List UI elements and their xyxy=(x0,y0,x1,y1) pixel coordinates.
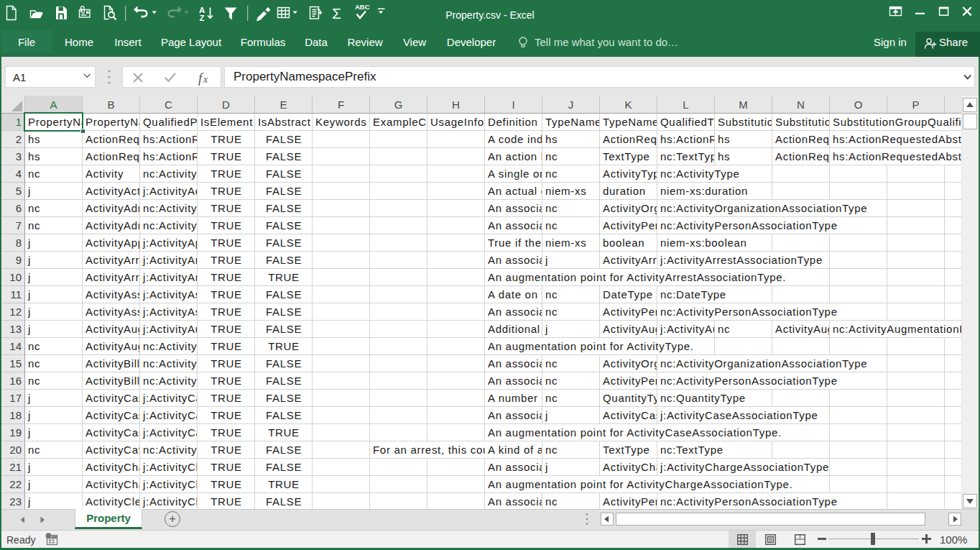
svg-text:Σ: Σ xyxy=(332,5,341,22)
svg-text:ABC: ABC xyxy=(355,3,370,11)
svg-text:Z: Z xyxy=(200,14,205,22)
svg-text:x: x xyxy=(203,74,208,85)
